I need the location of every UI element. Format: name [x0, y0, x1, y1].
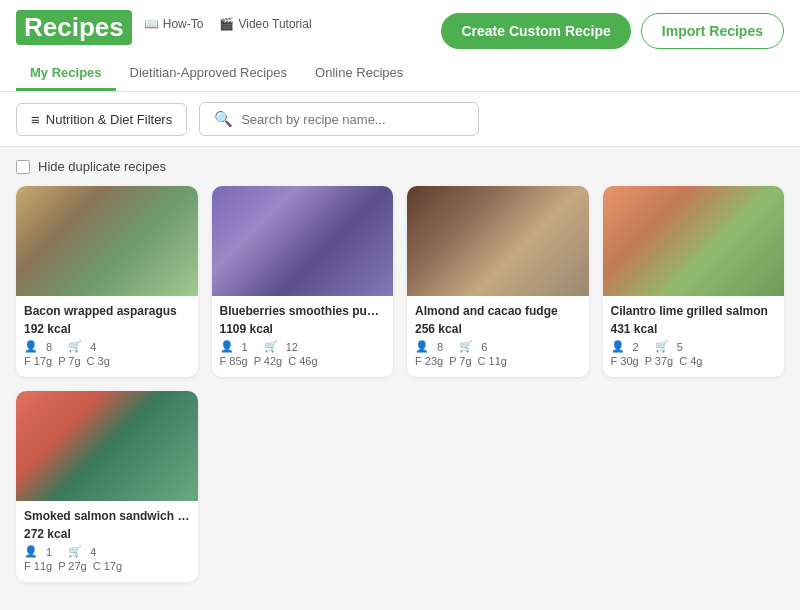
- servings-icon-3: 👤: [611, 340, 625, 353]
- toolbar: ≡ Nutrition & Diet Filters 🔍: [0, 92, 800, 147]
- video-tutorial-link[interactable]: 🎬 Video Tutorial: [219, 17, 311, 31]
- search-box: 🔍: [199, 102, 479, 136]
- servings-icon-0: 👤: [24, 340, 38, 353]
- hide-duplicates-label: Hide duplicate recipes: [38, 159, 166, 174]
- recipe-macros-1: F 85g P 42g C 46g: [220, 355, 386, 367]
- tab-online-recipes[interactable]: Online Recipes: [301, 57, 417, 91]
- search-icon: 🔍: [214, 110, 233, 128]
- recipe-stats-3: 👤 2 🛒 5: [611, 340, 777, 353]
- empty-slot-1: [212, 391, 394, 582]
- top-bar: Recipes 📖 How-To 🎬 Video Tutorial Create…: [0, 0, 800, 92]
- cart-icon-1: 🛒: [264, 340, 278, 353]
- recipe-kcal-2: 256 kcal: [415, 322, 581, 336]
- recipe-name-3: Cilantro lime grilled salmon: [611, 304, 777, 318]
- import-recipes-button[interactable]: Import Recipes: [641, 13, 784, 49]
- nutrition-filter-button[interactable]: ≡ Nutrition & Diet Filters: [16, 103, 187, 136]
- recipe-kcal-3: 431 kcal: [611, 322, 777, 336]
- recipe-kcal-1: 1109 kcal: [220, 322, 386, 336]
- hide-duplicates-checkbox[interactable]: [16, 160, 30, 174]
- servings-icon-4: 👤: [24, 545, 38, 558]
- help-links: 📖 How-To 🎬 Video Tutorial: [144, 17, 312, 31]
- recipe-card-1[interactable]: Blueberries smoothies pudding (c... 1109…: [212, 186, 394, 377]
- recipe-card-2[interactable]: Almond and cacao fudge 256 kcal 👤 8 🛒 6 …: [407, 186, 589, 377]
- tab-dietitian-recipes[interactable]: Dietitian-Approved Recipes: [116, 57, 302, 91]
- cart-icon-2: 🛒: [459, 340, 473, 353]
- tab-my-recipes[interactable]: My Recipes: [16, 57, 116, 91]
- recipe-stats-2: 👤 8 🛒 6: [415, 340, 581, 353]
- filter-icon: ≡: [31, 111, 40, 128]
- hide-duplicates-row: Hide duplicate recipes: [16, 159, 784, 174]
- servings-icon-2: 👤: [415, 340, 429, 353]
- recipe-name-4: Smoked salmon sandwich with cu...: [24, 509, 190, 523]
- recipe-name-1: Blueberries smoothies pudding (c...: [220, 304, 386, 318]
- recipes-grid: Bacon wrapped asparagus 192 kcal 👤 8 🛒 4…: [16, 186, 784, 377]
- recipe-kcal-4: 272 kcal: [24, 527, 190, 541]
- recipe-macros-4: F 11g P 27g C 17g: [24, 560, 190, 572]
- recipe-stats-0: 👤 8 🛒 4: [24, 340, 190, 353]
- search-input[interactable]: [241, 112, 464, 127]
- how-to-link[interactable]: 📖 How-To: [144, 17, 204, 31]
- book-icon: 📖: [144, 17, 159, 31]
- recipe-macros-0: F 17g P 7g C 3g: [24, 355, 190, 367]
- video-icon: 🎬: [219, 17, 234, 31]
- recipe-kcal-0: 192 kcal: [24, 322, 190, 336]
- recipe-image-1: [212, 186, 394, 296]
- page-title: Recipes: [16, 10, 132, 45]
- cart-icon-0: 🛒: [68, 340, 82, 353]
- servings-icon-1: 👤: [220, 340, 234, 353]
- empty-slot-3: [603, 391, 785, 582]
- recipe-name-2: Almond and cacao fudge: [415, 304, 581, 318]
- recipe-macros-3: F 30g P 37g C 4g: [611, 355, 777, 367]
- recipe-name-0: Bacon wrapped asparagus: [24, 304, 190, 318]
- recipe-card-3[interactable]: Cilantro lime grilled salmon 431 kcal 👤 …: [603, 186, 785, 377]
- cart-icon-4: 🛒: [68, 545, 82, 558]
- recipe-image-2: [407, 186, 589, 296]
- create-custom-recipe-button[interactable]: Create Custom Recipe: [441, 13, 630, 49]
- recipe-image-4: [16, 391, 198, 501]
- recipe-stats-4: 👤 1 🛒 4: [24, 545, 190, 558]
- recipe-image-0: [16, 186, 198, 296]
- recipe-card-0[interactable]: Bacon wrapped asparagus 192 kcal 👤 8 🛒 4…: [16, 186, 198, 377]
- recipe-stats-1: 👤 1 🛒 12: [220, 340, 386, 353]
- header-buttons: Create Custom Recipe Import Recipes: [441, 13, 784, 49]
- recipe-image-3: [603, 186, 785, 296]
- recipes-second-row: Smoked salmon sandwich with cu... 272 kc…: [16, 391, 784, 582]
- cart-icon-3: 🛒: [655, 340, 669, 353]
- recipes-content: Hide duplicate recipes Bacon wrapped asp…: [0, 147, 800, 594]
- recipe-macros-2: F 23g P 7g C 11g: [415, 355, 581, 367]
- main-tabs: My Recipes Dietitian-Approved Recipes On…: [16, 57, 784, 91]
- recipe-card-4[interactable]: Smoked salmon sandwich with cu... 272 kc…: [16, 391, 198, 582]
- empty-slot-2: [407, 391, 589, 582]
